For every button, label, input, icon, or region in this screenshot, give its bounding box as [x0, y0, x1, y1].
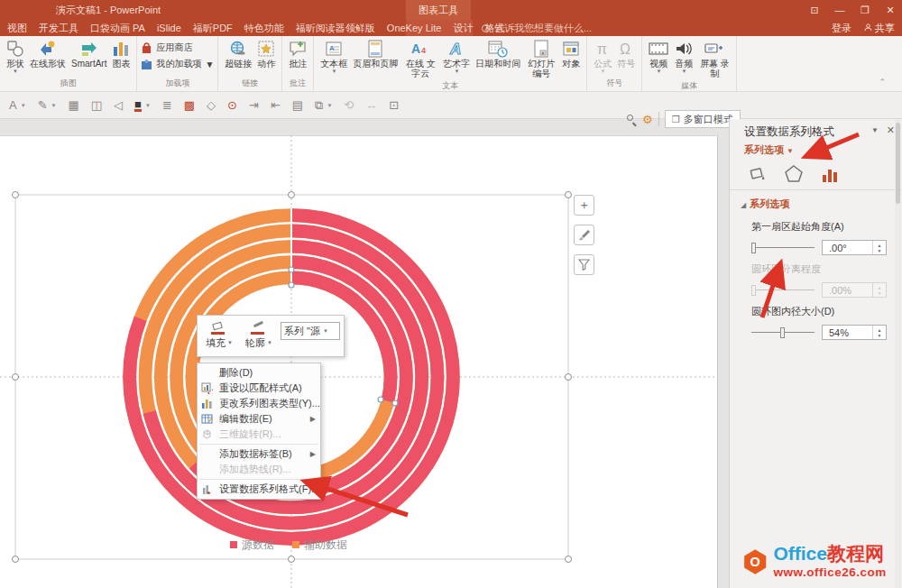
tab-foxit-reader[interactable]: 福昕阅读器领鲜版: [296, 22, 375, 35]
chart-element-selector[interactable]: 系列 "源 ▼: [281, 322, 340, 340]
menu-item-delete[interactable]: 删除(D): [198, 365, 320, 381]
chevron-down-icon: ▼: [21, 103, 26, 108]
menu-item-add-trendline: 添加趋势线(R)...: [198, 462, 320, 477]
svg-text:O: O: [750, 555, 760, 569]
series-options-tab-icon[interactable]: [820, 165, 840, 185]
spinner-arrows-icon[interactable]: ▲▼: [872, 326, 886, 339]
outline-button[interactable]: 轮廓▼: [241, 323, 277, 350]
panel-scrollbar[interactable]: [895, 119, 901, 588]
spinner-arrows-icon[interactable]: ▲▼: [872, 241, 886, 254]
chart-elements-button[interactable]: ＋: [574, 195, 594, 216]
fit-window-icon[interactable]: ⊡: [389, 98, 399, 113]
watermark-brand-en: Office: [773, 543, 827, 564]
tab-special-features[interactable]: 特色功能: [244, 22, 284, 35]
close-icon[interactable]: ✕: [884, 5, 897, 16]
doughnut-chart[interactable]: [0, 135, 729, 588]
fill-line-tab-icon[interactable]: [748, 164, 768, 184]
hyperlink-button[interactable]: 超链接: [222, 38, 254, 69]
tab-foxit-pdf[interactable]: 福昕PDF: [193, 22, 233, 35]
my-addins-button[interactable]: 我的加载项 ▼: [141, 58, 214, 70]
ribbon-display-options-icon[interactable]: ⊡: [808, 5, 821, 16]
share-button[interactable]: 共享: [864, 22, 895, 35]
tab-islide[interactable]: iSlide: [157, 23, 181, 33]
distribute-icon[interactable]: ↔: [365, 98, 377, 113]
restore-icon[interactable]: ❐: [859, 5, 871, 16]
align-text-icon[interactable]: ≣: [162, 98, 172, 113]
tab-design[interactable]: 设计: [453, 22, 473, 35]
lock-icon[interactable]: ◫: [91, 98, 102, 113]
pattern-grid-icon[interactable]: ▩: [184, 98, 195, 113]
online-shapes-button[interactable]: 在线形状: [27, 38, 69, 69]
menu-item-change-chart-type[interactable]: 更改系列图表类型(Y)...: [198, 396, 320, 411]
object-icon: [562, 40, 580, 58]
symbol-icon: Ω: [617, 40, 635, 58]
screen-record-button[interactable]: 屏幕 录制: [696, 38, 732, 79]
video-button[interactable]: 视频▼: [646, 38, 671, 75]
outdent-icon[interactable]: ⇤: [271, 98, 281, 113]
speaker-icon[interactable]: ◁: [114, 98, 123, 113]
header-footer-button[interactable]: 页眉和页脚: [350, 38, 400, 69]
menu-item-edit-data[interactable]: 编辑数据(E) ▶: [198, 411, 320, 427]
effects-tab-icon[interactable]: [784, 164, 804, 184]
zoom-tool-icon[interactable]: [626, 114, 637, 124]
date-time-button[interactable]: 日期和时间: [473, 38, 523, 69]
series-options-section-header[interactable]: ◢系列选项: [730, 190, 902, 215]
textbox-button[interactable]: A 文本框▼: [318, 38, 350, 75]
legend-item-aux[interactable]: 辅助数据: [292, 537, 347, 553]
indent-icon[interactable]: ⇥: [249, 98, 259, 113]
close-icon[interactable]: ✕: [887, 124, 895, 136]
doughnut-explosion-slider: [751, 285, 815, 296]
gear-icon[interactable]: ⚙: [642, 114, 653, 125]
slide-number-button[interactable]: # 幻灯片 编号: [523, 38, 559, 79]
format-brush-icon[interactable]: ✎: [38, 98, 48, 113]
tab-developer[interactable]: 开发工具: [39, 22, 78, 35]
legend-item-source[interactable]: 源数据: [230, 537, 274, 553]
legend-swatch: [292, 541, 299, 548]
tab-format[interactable]: 格式: [484, 22, 504, 35]
smartart-button[interactable]: SmartArt: [69, 38, 109, 69]
tab-onekey-lite[interactable]: OneKey Lite: [387, 23, 442, 33]
app-store-button[interactable]: 应用商店: [141, 41, 214, 54]
audio-button[interactable]: 音频▼: [671, 38, 696, 75]
series-options-dropdown[interactable]: 系列选项 ▼: [730, 140, 902, 157]
edit-data-icon: [201, 413, 213, 425]
target-icon[interactable]: ⊙: [227, 98, 237, 113]
chart-tools-contextual-header: 图表工具: [406, 0, 471, 20]
collapse-ribbon-icon[interactable]: ⌃: [879, 78, 886, 87]
tab-view[interactable]: 视图: [7, 22, 27, 35]
chart-filters-button[interactable]: [574, 254, 594, 275]
first-slice-angle-input[interactable]: .00° ▲▼: [822, 240, 887, 255]
mini-format-toolbar: 填充▼ 轮廓▼ 系列 "源 ▼: [197, 315, 345, 357]
object-button[interactable]: 对象: [559, 38, 583, 69]
action-button[interactable]: 动作: [254, 38, 278, 69]
comment-button[interactable]: 批注: [286, 38, 309, 69]
doughnut-hole-size-slider[interactable]: [751, 327, 815, 338]
pencil-icon: [251, 323, 267, 335]
chevron-down-icon[interactable]: ▼: [871, 126, 879, 134]
minimize-icon[interactable]: —: [833, 5, 846, 15]
first-slice-angle-slider[interactable]: [751, 243, 815, 253]
tab-pocket-animation[interactable]: 口袋动画 PA: [90, 22, 145, 35]
menu-item-add-data-labels[interactable]: 添加数据标签(B) ▶: [198, 446, 320, 462]
image-placeholder-icon[interactable]: ▤: [292, 98, 303, 113]
chart-styles-button[interactable]: [574, 225, 594, 245]
rotate-icon[interactable]: ⟲: [344, 98, 354, 113]
paste-icon[interactable]: ⧉: [315, 98, 323, 113]
doughnut-hole-size-input[interactable]: 54% ▲▼: [822, 325, 887, 340]
format-data-series-panel: 设置数据系列格式 ▼ ✕ 系列选项 ▼ ◢系列选项 第一扇区起始角度(A) .0…: [729, 119, 902, 588]
shapes-button[interactable]: 形状▼: [4, 38, 27, 75]
menu-item-reset-style[interactable]: 重设以匹配样式(A): [198, 381, 320, 396]
chart-legend[interactable]: 源数据 辅助数据: [230, 537, 347, 553]
selected-tab-notch: [825, 185, 834, 189]
sign-in-button[interactable]: 登录: [832, 22, 851, 35]
word-cloud-button[interactable]: A4 在线 文字云: [400, 38, 440, 79]
chart-button[interactable]: 图表: [109, 38, 133, 69]
menu-item-format-data-series[interactable]: 设置数据系列格式(F)...: [198, 482, 320, 497]
font-color-icon[interactable]: A: [9, 98, 17, 113]
spinner-arrows-icon: ▲▼: [872, 283, 886, 297]
fill-button[interactable]: 填充▼: [201, 323, 237, 350]
wordart-button[interactable]: A 艺术字▼: [440, 38, 473, 75]
shape-diamond-icon[interactable]: ◇: [207, 98, 216, 113]
table-icon[interactable]: ▦: [68, 98, 78, 113]
fill-color-swatch-icon[interactable]: ■: [134, 99, 142, 112]
